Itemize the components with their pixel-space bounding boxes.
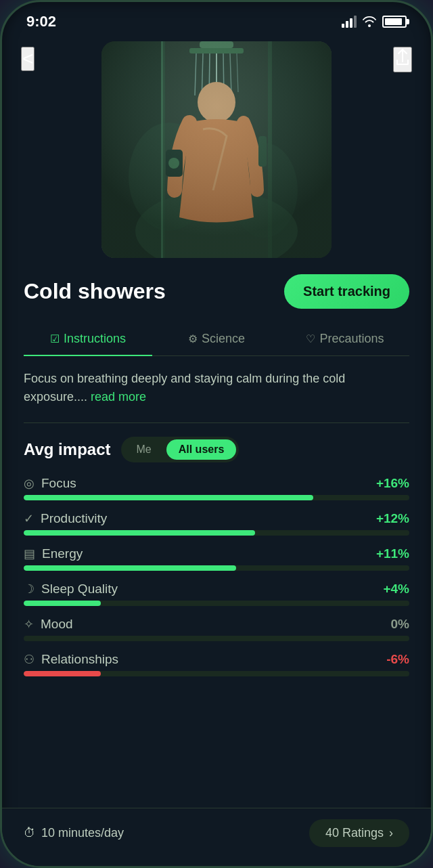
status-bar: 9:02 (2, 2, 431, 36)
mood-value: 0% (391, 617, 409, 632)
instructions-icon: ☑ (50, 332, 60, 345)
wifi-icon (362, 16, 377, 27)
hero-image (101, 41, 332, 258)
tab-instructions[interactable]: ☑ Instructions (24, 325, 152, 355)
share-icon (394, 48, 411, 67)
mood-icon: ✧ (24, 617, 34, 632)
focus-bar-fill (24, 495, 313, 500)
battery-icon (382, 16, 407, 28)
energy-bar-fill (24, 565, 236, 571)
page-title: Cold showers (24, 279, 166, 304)
divider (24, 422, 409, 423)
svg-rect-24 (101, 41, 332, 258)
impact-header: Avg impact Me All users (24, 437, 409, 462)
tabs-container: ☑ Instructions ⚙ Science ♡ Precautions (24, 325, 409, 356)
bottom-bar: ⏱ 10 minutes/day 40 Ratings › (2, 808, 431, 866)
start-tracking-button[interactable]: Start tracking (284, 274, 409, 309)
read-more-link[interactable]: read more (91, 390, 146, 404)
metrics-list: ◎ Focus +16% ✓ Productivity +12% (24, 476, 409, 676)
toggle-group: Me All users (121, 437, 239, 462)
science-icon: ⚙ (188, 332, 198, 345)
signal-icon (342, 16, 357, 28)
metric-productivity: ✓ Productivity +12% (24, 511, 409, 536)
productivity-bar-bg (24, 530, 409, 536)
precautions-icon: ♡ (306, 332, 315, 345)
time-label: 10 minutes/day (41, 826, 124, 840)
energy-icon: ▤ (24, 546, 35, 561)
relationships-icon: ⚇ (24, 652, 35, 667)
sleep-value: +4% (383, 582, 409, 596)
mood-bar-bg (24, 636, 409, 641)
toggle-me-button[interactable]: Me (124, 439, 163, 460)
sleep-bar-fill (24, 601, 101, 606)
metric-energy: ▤ Energy +11% (24, 546, 409, 571)
avg-impact-title: Avg impact (24, 440, 110, 459)
productivity-label: Productivity (41, 511, 107, 526)
hero-container: < (2, 36, 431, 258)
description-text: Focus on breathing deeply and staying ca… (24, 370, 409, 406)
tab-instructions-label: Instructions (64, 332, 126, 346)
tab-science[interactable]: ⚙ Science (152, 325, 281, 355)
relationships-bar-fill (24, 671, 101, 676)
ratings-chevron-icon: › (389, 826, 393, 840)
energy-value: +11% (376, 546, 409, 561)
energy-bar-bg (24, 565, 409, 571)
relationships-value: -6% (386, 652, 409, 667)
relationships-bar-bg (24, 671, 409, 676)
focus-bar-bg (24, 495, 409, 500)
metric-sleep-quality: ☽ Sleep Quality +4% (24, 582, 409, 606)
share-button[interactable] (393, 47, 412, 72)
sleep-bar-bg (24, 601, 409, 606)
back-button[interactable]: < (21, 47, 35, 71)
tab-science-label: Science (202, 332, 245, 346)
metric-mood: ✧ Mood 0% (24, 617, 409, 641)
focus-value: +16% (376, 476, 409, 491)
time-info: ⏱ 10 minutes/day (24, 826, 124, 840)
phone-frame: 9:02 < (0, 0, 433, 868)
sleep-icon: ☽ (24, 582, 35, 596)
focus-icon: ◎ (24, 476, 35, 491)
ratings-label: 40 Ratings (325, 826, 384, 840)
productivity-value: +12% (376, 511, 409, 526)
productivity-bar-fill (24, 530, 255, 536)
focus-label: Focus (41, 476, 76, 491)
metric-focus: ◎ Focus +16% (24, 476, 409, 500)
status-icons (342, 16, 407, 28)
time: 9:02 (26, 13, 56, 30)
relationships-label: Relationships (41, 652, 118, 667)
mood-label: Mood (41, 617, 73, 632)
metric-relationships: ⚇ Relationships -6% (24, 652, 409, 676)
tab-precautions[interactable]: ♡ Precautions (281, 325, 409, 355)
toggle-all-users-button[interactable]: All users (166, 439, 237, 460)
tab-precautions-label: Precautions (319, 332, 384, 346)
energy-label: Energy (42, 546, 83, 561)
ratings-button[interactable]: 40 Ratings › (309, 819, 409, 847)
productivity-icon: ✓ (24, 511, 34, 526)
sleep-label: Sleep Quality (41, 582, 118, 596)
time-icon: ⏱ (24, 826, 36, 840)
title-row: Cold showers Start tracking (24, 274, 409, 309)
main-content: Cold showers Start tracking ☑ Instructio… (2, 258, 431, 676)
